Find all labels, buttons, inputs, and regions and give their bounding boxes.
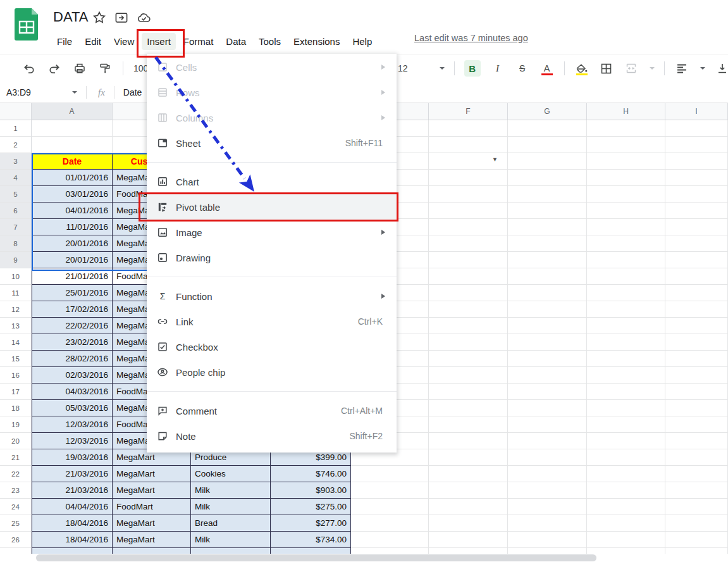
menu-extensions[interactable]: Extensions bbox=[288, 33, 345, 50]
cell-F13[interactable] bbox=[429, 318, 508, 334]
cell-H8[interactable] bbox=[587, 235, 665, 252]
cell-I9[interactable] bbox=[665, 252, 728, 268]
cell-A26[interactable]: 18/04/2016 bbox=[32, 532, 113, 548]
menu-item-rows[interactable]: Rows bbox=[147, 80, 397, 105]
cell-H5[interactable] bbox=[587, 186, 665, 203]
horizontal-align-caret-icon[interactable] bbox=[700, 67, 705, 70]
cell-A4[interactable]: 01/01/2016 bbox=[32, 170, 113, 186]
cell-C22[interactable]: Cookies bbox=[191, 466, 271, 482]
cell-H20[interactable] bbox=[587, 433, 665, 449]
cell-E23[interactable] bbox=[351, 482, 429, 499]
cell-D25[interactable]: $277.00 bbox=[271, 515, 351, 532]
cell-I21[interactable] bbox=[665, 449, 728, 466]
row-header-8[interactable]: 8 bbox=[0, 235, 32, 252]
cell-F5[interactable] bbox=[429, 186, 508, 203]
cell-I19[interactable] bbox=[665, 416, 728, 433]
menu-tools[interactable]: Tools bbox=[254, 33, 286, 50]
cell-G14[interactable] bbox=[508, 334, 587, 351]
menu-item-chart[interactable]: Chart bbox=[147, 169, 397, 194]
cell-H1[interactable] bbox=[587, 120, 665, 137]
cell-G8[interactable] bbox=[508, 235, 587, 252]
formula-input[interactable]: Date bbox=[123, 87, 142, 97]
cell-F26[interactable] bbox=[429, 532, 508, 548]
menu-item-drawing[interactable]: Drawing bbox=[147, 245, 397, 270]
cell-F23[interactable] bbox=[429, 482, 508, 499]
name-box-caret-icon[interactable] bbox=[72, 91, 77, 94]
cell-E24[interactable] bbox=[351, 499, 429, 515]
menu-item-sheet[interactable]: SheetShift+F11 bbox=[147, 130, 397, 156]
merge-caret-icon[interactable] bbox=[650, 67, 655, 70]
cell-dropdown-icon[interactable]: ▼ bbox=[492, 156, 498, 163]
row-header-15[interactable]: 15 bbox=[0, 351, 32, 367]
row-header-16[interactable]: 16 bbox=[0, 367, 32, 384]
cell-F20[interactable] bbox=[429, 433, 508, 449]
cell-G7[interactable] bbox=[508, 219, 587, 235]
cell-F9[interactable] bbox=[429, 252, 508, 268]
menu-file[interactable]: File bbox=[52, 33, 77, 50]
horizontal-scrollbar-thumb[interactable] bbox=[36, 554, 596, 561]
text-color-button[interactable]: A bbox=[540, 61, 555, 76]
cell-A14[interactable]: 23/02/2016 bbox=[32, 334, 113, 351]
row-header-25[interactable]: 25 bbox=[0, 515, 32, 532]
cell-A11[interactable]: 25/01/2016 bbox=[32, 285, 113, 301]
redo-button[interactable] bbox=[47, 61, 62, 76]
cell-B22[interactable]: MegaMart bbox=[113, 466, 191, 482]
cell-H18[interactable] bbox=[587, 400, 665, 416]
menu-item-columns[interactable]: Columns bbox=[147, 105, 397, 130]
row-header-18[interactable]: 18 bbox=[0, 400, 32, 416]
menu-data[interactable]: Data bbox=[221, 33, 251, 50]
italic-button[interactable]: I bbox=[490, 61, 505, 76]
row-header-24[interactable]: 24 bbox=[0, 499, 32, 515]
menu-help[interactable]: Help bbox=[347, 33, 377, 50]
cell-I1[interactable] bbox=[665, 120, 728, 137]
cell-A12[interactable]: 17/02/2016 bbox=[32, 301, 113, 318]
grid-corner[interactable] bbox=[0, 103, 32, 120]
cell-H14[interactable] bbox=[587, 334, 665, 351]
cell-H19[interactable] bbox=[587, 416, 665, 433]
horizontal-scrollbar[interactable] bbox=[0, 554, 728, 562]
cell-F17[interactable] bbox=[429, 384, 508, 400]
cell-H12[interactable] bbox=[587, 301, 665, 318]
cell-I14[interactable] bbox=[665, 334, 728, 351]
menu-item-link[interactable]: LinkCtrl+K bbox=[147, 309, 397, 334]
column-header-H[interactable]: H bbox=[587, 103, 665, 120]
name-box[interactable]: A3:D9 bbox=[0, 87, 70, 97]
cell-G20[interactable] bbox=[508, 433, 587, 449]
cell-A15[interactable]: 28/02/2016 bbox=[32, 351, 113, 367]
row-header-1[interactable]: 1 bbox=[0, 120, 32, 137]
cell-H24[interactable] bbox=[587, 499, 665, 515]
cell-I24[interactable] bbox=[665, 499, 728, 515]
cell-F15[interactable] bbox=[429, 351, 508, 367]
font-size-caret-icon[interactable] bbox=[440, 67, 445, 70]
cell-B25[interactable]: MegaMart bbox=[113, 515, 191, 532]
row-header-10[interactable]: 10 bbox=[0, 268, 32, 285]
cell-H10[interactable] bbox=[587, 268, 665, 285]
cell-I20[interactable] bbox=[665, 433, 728, 449]
row-header-21[interactable]: 21 bbox=[0, 449, 32, 466]
cell-I3[interactable] bbox=[665, 153, 728, 170]
cell-H23[interactable] bbox=[587, 482, 665, 499]
cell-A13[interactable]: 22/02/2016 bbox=[32, 318, 113, 334]
cell-F1[interactable] bbox=[429, 120, 508, 137]
cell-G16[interactable] bbox=[508, 367, 587, 384]
strikethrough-button[interactable]: S bbox=[515, 61, 530, 76]
horizontal-align-button[interactable] bbox=[674, 61, 689, 76]
cell-A23[interactable]: 21/03/2016 bbox=[32, 482, 113, 499]
cell-I26[interactable] bbox=[665, 532, 728, 548]
cloud-saved-icon[interactable] bbox=[137, 11, 151, 25]
font-size-value[interactable]: 12 bbox=[398, 63, 408, 73]
cell-H7[interactable] bbox=[587, 219, 665, 235]
cell-I7[interactable] bbox=[665, 219, 728, 235]
cell-A18[interactable]: 05/03/2016 bbox=[32, 400, 113, 416]
cell-C25[interactable]: Bread bbox=[191, 515, 271, 532]
borders-button[interactable] bbox=[599, 61, 614, 76]
cell-D24[interactable]: $275.00 bbox=[271, 499, 351, 515]
menu-view[interactable]: View bbox=[109, 33, 139, 50]
cell-I8[interactable] bbox=[665, 235, 728, 252]
cell-H16[interactable] bbox=[587, 367, 665, 384]
star-icon[interactable] bbox=[92, 11, 106, 25]
cell-G2[interactable] bbox=[508, 137, 587, 153]
cell-B23[interactable]: MegaMart bbox=[113, 482, 191, 499]
cell-F14[interactable] bbox=[429, 334, 508, 351]
cell-G22[interactable] bbox=[508, 466, 587, 482]
